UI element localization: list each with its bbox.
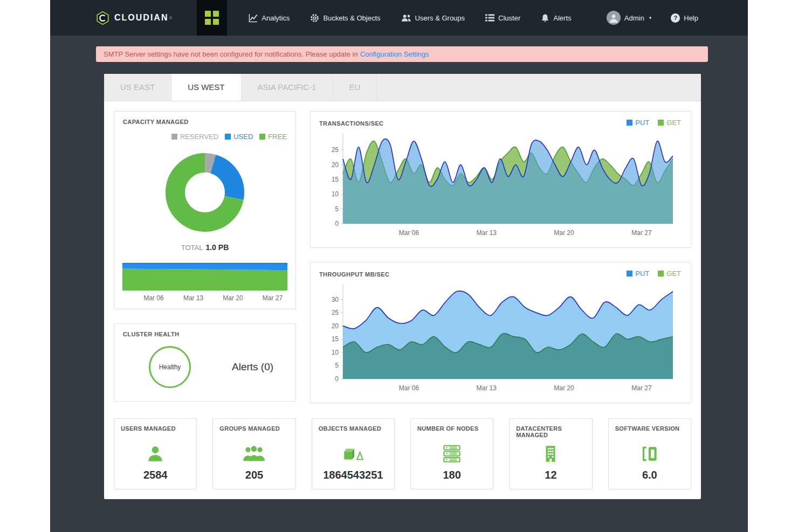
dashboard-grid-icon xyxy=(205,11,219,25)
smtp-warning-banner: SMTP Server settings have not been confi… xyxy=(96,46,708,62)
cluster-health-panel: CLUSTER HEALTH Healthy Alerts (0) xyxy=(114,323,296,402)
cloudian-logo-icon xyxy=(95,11,110,25)
capacity-legend: RESERVED USED FREE xyxy=(114,127,295,141)
nav-cluster[interactable]: Cluster xyxy=(485,14,520,22)
users-managed-card: USERS MANAGED 2584 xyxy=(114,418,197,489)
svg-text:30: 30 xyxy=(331,296,339,303)
get-swatch xyxy=(658,120,664,126)
bell-icon xyxy=(541,13,549,23)
people-icon xyxy=(401,13,411,22)
legend-free[interactable]: FREE xyxy=(259,133,287,141)
user-icon xyxy=(121,441,190,467)
avatar xyxy=(607,11,621,25)
capacity-title: CAPACITY MANAGED xyxy=(114,112,295,127)
legend-get[interactable]: GET xyxy=(658,119,681,127)
legend-reserved[interactable]: RESERVED xyxy=(171,133,218,141)
put-swatch xyxy=(627,120,632,126)
throughput-title: THROUGHPUT MB/SEC xyxy=(311,264,398,280)
alerts-count: Alerts (0) xyxy=(232,361,273,373)
capacity-total: TOTAL1.0 PB xyxy=(114,243,295,252)
logo-text: CLOUDIAN xyxy=(114,13,168,23)
svg-text:Mar 13: Mar 13 xyxy=(476,384,497,392)
throughput-chart: 051015202530Mar 06Mar 13Mar 20Mar 27 xyxy=(322,281,679,398)
health-status-ring: Healthy xyxy=(149,346,191,388)
dashboard-content: CAPACITY MANAGED RESERVED USED FREE TOTA… xyxy=(104,101,701,499)
groups-managed-card: GROUPS MANAGED 205 xyxy=(212,418,295,489)
svg-text:15: 15 xyxy=(331,335,339,343)
region-tabs: US EAST US WEST ASIA PACIFIC-1 EU xyxy=(104,74,701,101)
nav-analytics[interactable]: Analytics xyxy=(249,13,290,23)
svg-text:Mar 13: Mar 13 xyxy=(476,229,497,237)
throughput-legend: PUT GET xyxy=(617,262,691,278)
reserved-swatch xyxy=(171,134,177,140)
tab-us-east[interactable]: US EAST xyxy=(104,74,171,101)
logo[interactable]: CLOUDIAN® xyxy=(95,11,172,25)
analytics-chart-icon xyxy=(249,13,258,23)
cluster-list-icon xyxy=(485,14,494,22)
registered-mark: ® xyxy=(169,16,172,20)
transactions-legend: PUT GET xyxy=(617,112,691,127)
nav-users-groups[interactable]: Users & Groups xyxy=(401,13,465,22)
gear-icon xyxy=(310,13,319,23)
svg-text:Mar 06: Mar 06 xyxy=(398,229,419,237)
svg-text:Mar 20: Mar 20 xyxy=(554,229,574,237)
configuration-settings-link[interactable]: Configuration Settings xyxy=(360,50,429,58)
svg-text:0: 0 xyxy=(335,375,339,383)
nav-right: Admin ▾ ? Help xyxy=(607,11,698,25)
svg-text:0: 0 xyxy=(335,220,339,227)
put-swatch xyxy=(627,271,632,277)
throughput-panel: THROUGHPUT MB/SEC PUT GET 051015202530Ma… xyxy=(310,262,691,403)
top-nav: CLOUDIAN® Analytics Buckets & Objects xyxy=(50,0,748,36)
nav-help[interactable]: ? Help xyxy=(671,13,698,23)
left-column: CAPACITY MANAGED RESERVED USED FREE TOTA… xyxy=(114,111,296,403)
cluster-health-body: Healthy Alerts (0) xyxy=(114,340,295,401)
nav-alerts[interactable]: Alerts xyxy=(541,13,571,23)
svg-text:Mar 20: Mar 20 xyxy=(554,384,574,392)
capacity-donut-chart xyxy=(159,146,251,239)
number-of-nodes-card: NUMBER OF NODES 180 xyxy=(410,418,493,489)
banner-text: SMTP Server settings have not been confi… xyxy=(104,50,358,58)
tab-eu[interactable]: EU xyxy=(333,74,377,101)
admin-menu[interactable]: Admin ▾ xyxy=(607,11,651,25)
svg-text:25: 25 xyxy=(331,146,339,154)
capacity-trend-xaxis: Mar 06 Mar 13 Mar 20 Mar 27 xyxy=(122,294,287,303)
app-window: CLOUDIAN® Analytics Buckets & Objects xyxy=(50,0,748,532)
svg-text:10: 10 xyxy=(331,190,339,198)
svg-text:Mar 27: Mar 27 xyxy=(631,384,652,392)
nav-buckets-objects[interactable]: Buckets & Objects xyxy=(310,13,380,23)
svg-text:5: 5 xyxy=(335,205,339,213)
svg-text:5: 5 xyxy=(335,362,339,369)
cluster-health-title: CLUSTER HEALTH xyxy=(114,324,295,340)
get-swatch xyxy=(658,271,664,277)
legend-get[interactable]: GET xyxy=(658,270,681,278)
objects-box-icon xyxy=(319,441,388,467)
chevron-down-icon: ▾ xyxy=(649,15,652,20)
group-icon xyxy=(219,441,288,467)
capacity-trend-chart xyxy=(122,260,287,291)
legend-used[interactable]: USED xyxy=(225,133,253,141)
transactions-chart: 0510152025Mar 06Mar 13Mar 20Mar 27 xyxy=(322,130,679,243)
help-icon: ? xyxy=(671,13,680,23)
tab-us-west[interactable]: US WEST xyxy=(171,74,241,101)
transactions-panel: TRANSACTIONS/SEC PUT GET 0510152025Mar 0… xyxy=(310,111,691,248)
legend-put[interactable]: PUT xyxy=(627,119,649,127)
version-door-icon xyxy=(615,441,684,467)
svg-text:25: 25 xyxy=(331,309,339,316)
used-swatch xyxy=(225,134,231,140)
software-version-card: SOFTWARE VERSION 6.0 xyxy=(608,418,691,489)
capacity-managed-panel: CAPACITY MANAGED RESERVED USED FREE TOTA… xyxy=(114,111,296,309)
right-column: TRANSACTIONS/SEC PUT GET 0510152025Mar 0… xyxy=(310,111,691,403)
svg-text:10: 10 xyxy=(331,349,339,356)
datacenters-managed-card: DATACENTERS MANAGED xyxy=(509,418,592,489)
server-stack-icon xyxy=(417,441,486,467)
main-nav: Analytics Buckets & Objects Users & Grou… xyxy=(249,13,571,23)
svg-text:15: 15 xyxy=(331,176,339,183)
tab-asia-pacific-1[interactable]: ASIA PACIFIC-1 xyxy=(242,74,333,101)
capacity-trend: Mar 06 Mar 13 Mar 20 Mar 27 xyxy=(122,260,287,303)
svg-text:Mar 27: Mar 27 xyxy=(631,229,652,237)
legend-put[interactable]: PUT xyxy=(627,270,649,278)
building-icon xyxy=(516,441,585,467)
transactions-title: TRANSACTIONS/SEC xyxy=(311,113,392,129)
objects-managed-card: OBJECTS MANAGED 1864543251 xyxy=(312,418,395,489)
nav-dashboard[interactable] xyxy=(197,0,227,36)
